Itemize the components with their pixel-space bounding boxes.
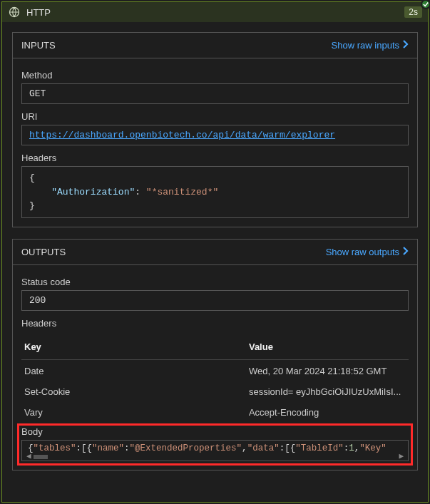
status-code-value: 200 bbox=[21, 290, 409, 311]
show-raw-outputs-label: Show raw outputs bbox=[326, 247, 399, 257]
hdr-val: Wed, 20 Mar 2024 21:18:52 GMT bbox=[246, 359, 409, 381]
inputs-panel: INPUTS Show raw inputs Method GET URI ht… bbox=[12, 32, 418, 227]
uri-value: https://dashboard.openbiotech.co/api/dat… bbox=[21, 125, 409, 145]
col-key: Key bbox=[21, 334, 246, 360]
titlebar: HTTP 2s bbox=[2, 2, 428, 22]
headers-table-header: Key Value bbox=[21, 334, 409, 360]
chevron-right-icon bbox=[402, 246, 409, 258]
inputs-headers-label: Headers bbox=[21, 153, 409, 163]
inputs-headers-json: { "Authorization": "*sanitized*" } bbox=[21, 166, 409, 218]
method-label: Method bbox=[21, 70, 409, 81]
hdr-val: sessionId= eyJhbGciOiJIUzUxMiIsI... bbox=[246, 381, 409, 401]
status-code-label: Status code bbox=[21, 277, 409, 287]
body-label: Body bbox=[21, 426, 409, 437]
action-title: HTTP bbox=[26, 7, 51, 18]
http-action-card: HTTP 2s INPUTS Show raw inputs Method GE… bbox=[1, 1, 429, 503]
uri-label: URI bbox=[21, 111, 409, 122]
headers-table: Key Value Date Wed, 20 Mar 2024 21:18:52… bbox=[21, 334, 409, 422]
duration-badge: 2s bbox=[404, 6, 422, 18]
show-raw-inputs-label: Show raw inputs bbox=[332, 40, 399, 51]
hdr-key: Date bbox=[21, 359, 246, 381]
col-value: Value bbox=[246, 334, 409, 360]
outputs-panel: OUTPUTS Show raw outputs Status code 200… bbox=[12, 239, 418, 470]
table-row: Vary Accept-Encoding bbox=[21, 401, 409, 422]
scroll-right-icon[interactable]: ▶ bbox=[399, 451, 404, 461]
method-value: GET bbox=[21, 83, 409, 104]
outputs-title: OUTPUTS bbox=[21, 247, 66, 257]
uri-link[interactable]: https://dashboard.openbiotech.co/api/dat… bbox=[29, 130, 335, 140]
hdr-key: Set-Cookie bbox=[21, 381, 246, 401]
hdr-val: Accept-Encoding bbox=[246, 401, 409, 422]
http-icon bbox=[8, 6, 21, 19]
chevron-right-icon bbox=[402, 39, 409, 51]
body-json[interactable]: {"tables":[{"name":"@ExtendedProperties"… bbox=[21, 440, 409, 461]
show-raw-outputs-link[interactable]: Show raw outputs bbox=[326, 246, 409, 258]
table-row: Date Wed, 20 Mar 2024 21:18:52 GMT bbox=[21, 359, 409, 381]
outputs-headers-label: Headers bbox=[21, 318, 409, 329]
show-raw-inputs-link[interactable]: Show raw inputs bbox=[332, 39, 409, 51]
inputs-title: INPUTS bbox=[21, 40, 56, 51]
scroll-left-icon[interactable]: ◀ bbox=[26, 451, 31, 461]
table-row: Set-Cookie sessionId= eyJhbGciOiJIUzUxMi… bbox=[21, 381, 409, 401]
success-check-icon bbox=[421, 0, 430, 9]
hdr-key: Vary bbox=[21, 401, 246, 422]
scroll-thumb[interactable] bbox=[34, 455, 48, 459]
